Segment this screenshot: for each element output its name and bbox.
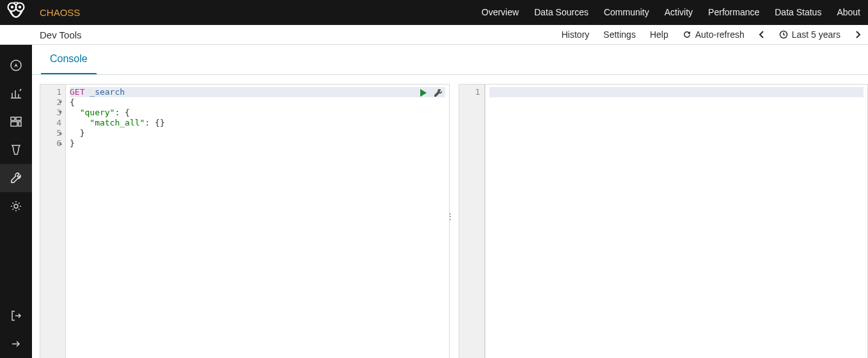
chevron-right-icon xyxy=(855,30,861,39)
nav-community[interactable]: Community xyxy=(596,0,657,25)
timelion-icon xyxy=(10,143,22,156)
play-icon xyxy=(419,88,428,97)
run-button[interactable] xyxy=(419,88,428,97)
sidebar-discover[interactable] xyxy=(0,51,32,79)
editor-split: 12▼3▼45▲6▲ GET _search{ "query": { "matc… xyxy=(32,75,868,358)
chart-icon xyxy=(10,87,22,100)
breadcrumb: Dev Tools xyxy=(40,29,82,40)
nav-about[interactable]: About xyxy=(829,0,868,25)
brand-text: CHAOSS xyxy=(40,7,80,18)
svg-point-10 xyxy=(14,204,18,208)
settings-link[interactable]: Settings xyxy=(596,25,643,45)
svg-rect-6 xyxy=(11,117,15,120)
nav-data-status[interactable]: Data Status xyxy=(767,0,829,25)
nav-data-sources[interactable]: Data Sources xyxy=(526,0,596,25)
top-nav: Overview Data Sources Community Activity… xyxy=(474,0,868,25)
response-gutter: 1 xyxy=(459,85,485,358)
nav-activity[interactable]: Activity xyxy=(657,0,700,25)
options-button[interactable] xyxy=(434,88,443,97)
history-link[interactable]: History xyxy=(555,25,597,45)
help-link[interactable]: Help xyxy=(643,25,675,45)
response-viewer: 1 xyxy=(459,84,869,358)
dashboard-icon xyxy=(10,115,22,128)
owl-logo xyxy=(0,0,32,25)
breadcrumb-bar: Dev Tools History Settings Help Auto-ref… xyxy=(0,25,868,45)
svg-rect-9 xyxy=(19,122,21,126)
chevron-left-icon xyxy=(759,30,765,39)
tab-console[interactable]: Console xyxy=(41,45,97,74)
logout-icon xyxy=(10,309,22,322)
wrench-small-icon xyxy=(434,88,443,97)
sidebar-logout[interactable] xyxy=(0,302,32,330)
sidebar-visualize[interactable] xyxy=(0,79,32,108)
request-gutter: 12▼3▼45▲6▲ xyxy=(40,85,66,358)
response-code xyxy=(485,85,868,358)
refresh-icon xyxy=(683,30,691,39)
splitter-handle[interactable]: ⋮ xyxy=(446,212,454,221)
clock-icon xyxy=(779,30,788,39)
request-code[interactable]: GET _search{ "query": { "match_all": {} … xyxy=(66,85,449,358)
svg-rect-7 xyxy=(16,117,21,120)
time-controls: History Settings Help Auto-refresh Last … xyxy=(555,25,868,45)
svg-rect-8 xyxy=(11,122,17,126)
time-range-label: Last 5 years xyxy=(792,25,840,45)
time-range-picker[interactable]: Last 5 years xyxy=(772,25,848,45)
content: Console 12▼3▼45▲6▲ GET _search{ "query":… xyxy=(32,45,868,358)
sidebar-dashboard[interactable] xyxy=(0,108,32,136)
gear-icon xyxy=(10,200,22,213)
time-prev-button[interactable] xyxy=(752,25,772,45)
sidebar-timelion[interactable] xyxy=(0,136,32,164)
autorefresh-label: Auto-refresh xyxy=(695,25,745,45)
time-next-button[interactable] xyxy=(848,25,868,45)
compass-icon xyxy=(10,59,22,72)
request-editor[interactable]: 12▼3▼45▲6▲ GET _search{ "query": { "matc… xyxy=(40,84,450,358)
nav-performance[interactable]: Performance xyxy=(700,0,767,25)
svg-point-2 xyxy=(11,5,13,8)
tabs: Console xyxy=(32,45,868,75)
nav-overview[interactable]: Overview xyxy=(474,0,526,25)
sidebar-devtools[interactable] xyxy=(0,164,32,192)
sidebar xyxy=(0,45,32,358)
request-actions xyxy=(419,88,443,97)
sidebar-management[interactable] xyxy=(0,192,32,220)
collapse-icon xyxy=(10,338,22,350)
svg-point-3 xyxy=(19,5,21,8)
main: Console 12▼3▼45▲6▲ GET _search{ "query":… xyxy=(0,45,868,358)
sidebar-collapse[interactable] xyxy=(0,330,32,358)
wrench-icon xyxy=(10,172,22,184)
autorefresh-toggle[interactable]: Auto-refresh xyxy=(675,25,752,45)
topbar: CHAOSS Overview Data Sources Community A… xyxy=(0,0,868,25)
